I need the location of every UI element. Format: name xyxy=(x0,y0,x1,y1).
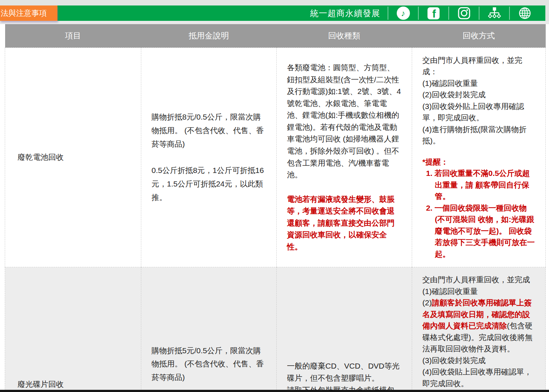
table-header-row: 項目 抵用金說明 回收種類 回收方式 xyxy=(5,24,546,48)
method-step-prefix: (2) xyxy=(422,298,432,307)
recycling-info-page: 法與注意事項 統一超商永續發展 ♪ f xyxy=(0,0,549,392)
facebook-link[interactable]: f xyxy=(419,5,448,21)
facebook-icon: f xyxy=(427,7,440,19)
reminder-item: 2. 一個回收袋限裝一種回收物(不可混裝回 收物，如:光碟跟廢電池不可放一起)。… xyxy=(424,202,535,260)
recycling-table: 項目 抵用金說明 回收種類 回收方式 廢乾電池回收 購物折抵8元/0.5公斤，限… xyxy=(5,24,546,392)
types-description: 各類廢電池：圓筒型、方筒型、鈕扣型及組裝型(含一次性/二次性及行動電源)如:1號… xyxy=(287,62,402,181)
column-header-item: 項目 xyxy=(5,24,141,48)
method-step: (1)確認回收重量 xyxy=(422,286,535,297)
method-step: (3)回收袋封裝完成 xyxy=(422,355,535,366)
method-step: 交由門市人員秤重回收，並完成 xyxy=(422,274,535,286)
brand-title: 統一超商永續發展 xyxy=(310,8,380,19)
table-row: 廢乾電池回收 購物折抵8元/0.5公斤，限當次購物抵用。 (不包含代收、代售、香… xyxy=(5,48,546,267)
method-step: (1)確認回收重量 xyxy=(422,78,535,89)
method-step: (3)回收袋外貼上回收專用確認單，即完成回收。 xyxy=(422,101,535,124)
discount-paragraph: 購物折抵8元/0.5公斤，限當次購物抵用。 (不包含代收、代售、香菸等商品) xyxy=(152,110,266,151)
header-gap-strip xyxy=(0,21,549,24)
sitemap-link[interactable] xyxy=(479,5,509,21)
instagram-link[interactable] xyxy=(449,5,479,21)
types-description: 一般的廢棄CD、VCD、DVD等光碟片，但不包含塑膠唱片。 xyxy=(287,360,402,384)
cell-item-battery: 廢乾電池回收 xyxy=(5,48,141,267)
tab-recycling-rules[interactable]: 法與注意事項 xyxy=(0,5,57,21)
method-step: (2)回收袋封裝完成 xyxy=(422,89,535,101)
instagram-icon xyxy=(458,7,470,19)
cell-discount-disc: 購物折抵5元/0.5公斤，限當次購物抵用。 (不包含代收、代售、香菸等商品) 0… xyxy=(141,267,277,392)
column-header-types: 回收種類 xyxy=(277,24,412,48)
column-header-method: 回收方式 xyxy=(412,24,546,48)
globe-link[interactable] xyxy=(510,5,539,21)
brand-bar: 統一超商永續發展 ♪ f xyxy=(57,5,545,21)
tab-recycling-rules-label: 法與注意事項 xyxy=(1,9,47,17)
types-warning: 電池若有漏液或發生變形、鼓脹等，考量運送安全將不回收會退還顧客，請顧客直接交由公… xyxy=(287,193,402,253)
cell-types-battery: 各類廢電池：圓筒型、方筒型、鈕扣型及組裝型(含一次性/二次性及行動電源)如:1號… xyxy=(277,48,412,267)
cell-method-disc: 交由門市人員秤重回收，並完成 (1)確認回收重量 (2)請顧客於回收專用確認單上… xyxy=(412,267,546,392)
table-row: 廢光碟片回收 購物折抵5元/0.5公斤，限當次購物抵用。 (不包含代收、代售、香… xyxy=(5,267,546,392)
bottom-dark-bar xyxy=(0,390,549,392)
reminder-title: *提醒： xyxy=(422,156,535,168)
method-step: (2)請顧客於回收專用確認單上簽名及填寫回收日期，確認您的設備內個人資料已完成清… xyxy=(422,297,535,355)
sitemap-icon xyxy=(488,7,501,19)
method-step: (4)回收袋貼上回收專用確認單，即完成回收。 xyxy=(422,366,535,389)
page-top-strip xyxy=(0,0,549,5)
method-step: 交由門市人員秤重回收，並完成： xyxy=(422,54,535,78)
recycling-table-wrap: 項目 抵用金說明 回收種類 回收方式 廢乾電池回收 購物折抵8元/0.5公斤，限… xyxy=(5,24,545,392)
cell-types-disc: 一般的廢棄CD、VCD、DVD等光碟片，但不包含塑膠唱片。 請取下外包裝壓克力盒… xyxy=(277,267,412,392)
page-right-strip xyxy=(545,5,549,21)
globe-icon xyxy=(518,7,531,20)
tiktok-icon: ♪ xyxy=(397,7,410,20)
tiktok-link[interactable]: ♪ xyxy=(388,5,418,21)
cell-item-disc: 廢光碟片回收 xyxy=(5,267,141,392)
reminder-item: 1. 若回收重量不滿0.5公斤或超出重量，請 顧客帶回自行保管。 xyxy=(424,167,535,202)
method-step: (4)進行購物折抵(限當次購物折抵)。 xyxy=(422,124,535,147)
cell-method-battery: 交由門市人員秤重回收，並完成： (1)確認回收重量 (2)回收袋封裝完成 (3)… xyxy=(412,48,546,267)
cell-discount-battery: 購物折抵8元/0.5公斤，限當次購物抵用。 (不包含代收、代售、香菸等商品) 0… xyxy=(141,48,277,267)
column-header-discount: 抵用金說明 xyxy=(141,24,277,48)
discount-paragraph: 購物折抵5元/0.5公斤，限當次購物抵用。 (不包含代收、代售、香菸等商品) xyxy=(152,344,266,384)
discount-paragraph: 0.5公斤折抵8元，1公斤可折抵16元，1.5公斤可折抵24元，以此類推。 xyxy=(152,164,266,204)
